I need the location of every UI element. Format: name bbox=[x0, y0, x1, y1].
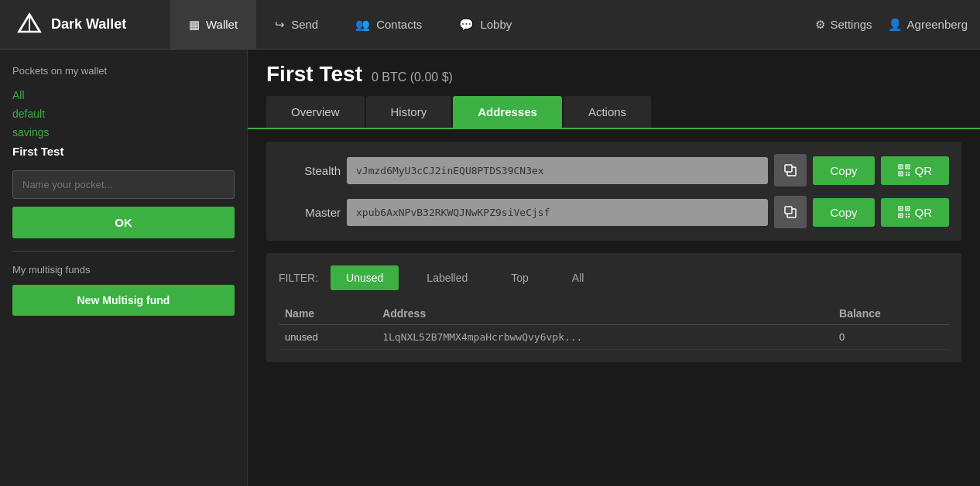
master-copy-button[interactable]: Copy bbox=[813, 198, 874, 227]
svg-rect-21 bbox=[899, 215, 901, 217]
sidebar: Pockets on my wallet All default savings… bbox=[0, 50, 248, 486]
tabs: Overview History Addresses Actions bbox=[248, 96, 980, 129]
topnav-contacts[interactable]: 👥 Contacts bbox=[337, 0, 440, 49]
svg-rect-12 bbox=[906, 174, 907, 176]
svg-rect-19 bbox=[906, 208, 908, 210]
page-title: First Test bbox=[266, 62, 362, 87]
svg-rect-3 bbox=[785, 165, 792, 172]
page-subtitle: 0 BTC (0.00 $) bbox=[372, 70, 453, 84]
svg-rect-10 bbox=[906, 172, 907, 173]
filter-labelled-button[interactable]: Labelled bbox=[411, 265, 483, 290]
svg-rect-9 bbox=[899, 173, 901, 175]
contacts-icon: 👥 bbox=[355, 18, 370, 32]
table-row: unused 1LqNXL52B7MMX4mpaHcrbwwQvy6vpk...… bbox=[279, 325, 949, 350]
svg-rect-15 bbox=[785, 207, 792, 214]
filter-section: FILTER: Unused Labelled Top All Name Add… bbox=[266, 253, 961, 362]
master-address-row: Master Copy bbox=[279, 196, 949, 228]
master-label: Master bbox=[279, 206, 341, 219]
address-table: Name Address Balance unused 1LqNXL52B7MM… bbox=[279, 303, 949, 350]
content-header: First Test 0 BTC (0.00 $) bbox=[248, 50, 980, 96]
stealth-address-row: Stealth Copy bbox=[279, 154, 949, 187]
master-qr-button[interactable]: QR bbox=[881, 198, 950, 227]
topnav-send[interactable]: ↪ Send bbox=[256, 0, 337, 49]
svg-rect-13 bbox=[908, 174, 910, 176]
app-title: Dark Wallet bbox=[51, 16, 126, 33]
topnav-right: ⚙ Settings 👤 Agreenberg bbox=[815, 18, 980, 32]
master-qr-label: QR bbox=[915, 206, 933, 219]
tab-overview[interactable]: Overview bbox=[266, 96, 365, 128]
qr-icon-2 bbox=[898, 206, 910, 218]
stealth-address-input[interactable] bbox=[347, 157, 768, 184]
addresses-section: Stealth Copy bbox=[266, 142, 961, 241]
filter-label: FILTER: bbox=[279, 272, 318, 284]
col-address: Address bbox=[376, 303, 833, 325]
lobby-icon: 💬 bbox=[459, 18, 474, 32]
topnav-items: ▦ Wallet ↪ Send 👥 Contacts 💬 Lobby bbox=[170, 0, 815, 49]
svg-rect-22 bbox=[906, 214, 907, 215]
master-address-input[interactable] bbox=[347, 199, 768, 226]
tab-actions[interactable]: Actions bbox=[564, 96, 651, 128]
topnav: Dark Wallet ▦ Wallet ↪ Send 👥 Contacts 💬… bbox=[0, 0, 980, 50]
svg-rect-25 bbox=[908, 216, 910, 217]
topnav-wallet[interactable]: ▦ Wallet bbox=[170, 0, 256, 49]
multisig-title: My multisig funds bbox=[12, 264, 235, 276]
topnav-send-label: Send bbox=[291, 18, 318, 31]
content-area: First Test 0 BTC (0.00 $) Overview Histo… bbox=[248, 50, 980, 486]
svg-rect-17 bbox=[899, 208, 901, 210]
user-icon: 👤 bbox=[888, 18, 903, 32]
main-layout: Pockets on my wallet All default savings… bbox=[0, 50, 980, 486]
topnav-lobby[interactable]: 💬 Lobby bbox=[440, 0, 530, 49]
topnav-user-label: Agreenberg bbox=[907, 18, 968, 31]
stealth-copy-button[interactable]: Copy bbox=[813, 156, 874, 185]
copy-icon-2 bbox=[783, 205, 797, 219]
settings-icon: ⚙ bbox=[815, 18, 825, 32]
pocket-name-input[interactable] bbox=[12, 170, 235, 199]
tab-history[interactable]: History bbox=[366, 96, 452, 128]
filter-unused-button[interactable]: Unused bbox=[331, 265, 399, 290]
sidebar-section-title: Pockets on my wallet bbox=[12, 65, 235, 77]
svg-rect-23 bbox=[908, 214, 910, 215]
row-name: unused bbox=[279, 325, 376, 350]
sidebar-item-all[interactable]: All bbox=[12, 86, 235, 104]
topnav-settings-label: Settings bbox=[830, 18, 872, 31]
sidebar-item-first-test[interactable]: First Test bbox=[12, 142, 235, 161]
row-balance: 0 bbox=[833, 325, 949, 350]
new-multisig-button[interactable]: New Multisig fund bbox=[12, 285, 235, 316]
svg-rect-11 bbox=[908, 172, 910, 173]
app-logo[interactable]: Dark Wallet bbox=[0, 11, 170, 39]
stealth-qr-button[interactable]: QR bbox=[881, 156, 950, 185]
stealth-label: Stealth bbox=[279, 164, 341, 177]
ok-button[interactable]: OK bbox=[12, 207, 235, 238]
send-icon: ↪ bbox=[275, 18, 285, 32]
col-balance: Balance bbox=[833, 303, 949, 325]
tab-addresses[interactable]: Addresses bbox=[453, 96, 562, 128]
filter-all-button[interactable]: All bbox=[557, 265, 600, 290]
svg-rect-24 bbox=[906, 216, 907, 217]
filter-row: FILTER: Unused Labelled Top All bbox=[279, 265, 949, 290]
topnav-user[interactable]: 👤 Agreenberg bbox=[888, 18, 968, 32]
stealth-qr-label: QR bbox=[915, 164, 933, 177]
svg-rect-5 bbox=[899, 166, 901, 168]
row-address: 1LqNXL52B7MMX4mpaHcrbwwQvy6vpk... bbox=[376, 325, 833, 350]
wallet-grid-icon: ▦ bbox=[189, 18, 200, 32]
svg-rect-7 bbox=[906, 166, 908, 168]
topnav-contacts-label: Contacts bbox=[376, 18, 422, 31]
sidebar-divider bbox=[12, 251, 235, 252]
topnav-lobby-label: Lobby bbox=[480, 18, 512, 31]
col-name: Name bbox=[279, 303, 376, 325]
topnav-wallet-label: Wallet bbox=[206, 18, 238, 31]
sidebar-item-savings[interactable]: savings bbox=[12, 123, 235, 142]
copy-icon bbox=[783, 163, 797, 177]
qr-icon bbox=[898, 164, 910, 176]
master-copy-icon-button[interactable] bbox=[774, 196, 807, 228]
filter-top-button[interactable]: Top bbox=[495, 265, 544, 290]
topnav-settings[interactable]: ⚙ Settings bbox=[815, 18, 872, 32]
stealth-copy-icon-button[interactable] bbox=[774, 154, 807, 187]
sidebar-item-default[interactable]: default bbox=[12, 104, 235, 123]
